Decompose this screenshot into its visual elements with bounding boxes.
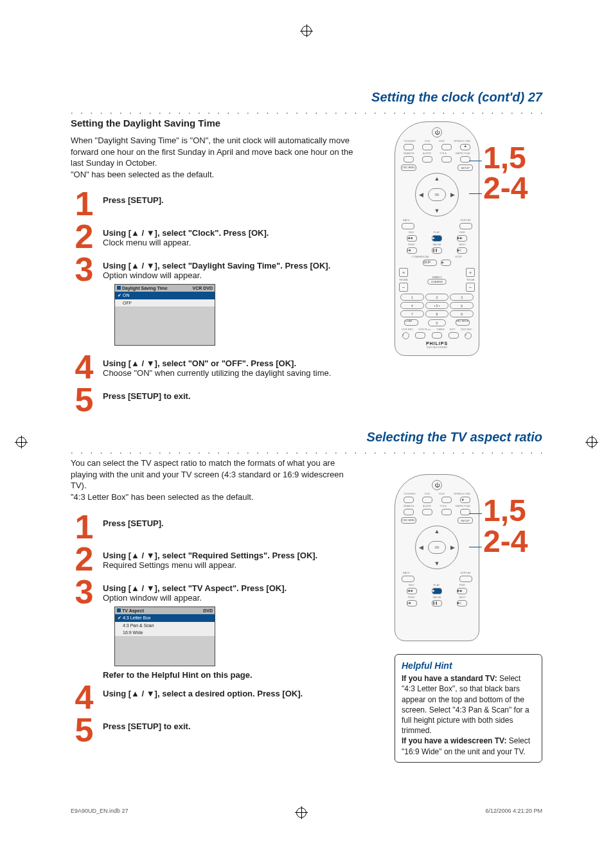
divider-dots: . . . . . . . . . . . . . . . . . . . . … bbox=[71, 106, 542, 115]
step-text: Press [SETUP]. bbox=[103, 518, 164, 528]
step-4: 4 Using [▲ / ▼], select "ON" or "OFF". P… bbox=[71, 352, 375, 382]
subsection-heading: Setting the Daylight Saving Time bbox=[71, 118, 375, 128]
power-icon: ⏻ bbox=[432, 127, 442, 137]
step-number: 4 bbox=[71, 352, 98, 382]
down-arrow-icon: ▼ bbox=[434, 208, 440, 214]
step-2: 2 Using [▲ / ▼], select "Required Settin… bbox=[71, 544, 375, 574]
option-window: Daylight Saving Time VCR DVD ✔ ON OFF bbox=[114, 284, 215, 346]
option-panscan: 4:3 Pan & Scan bbox=[115, 622, 215, 629]
step-5: 5 Press [SETUP] to exit. bbox=[71, 385, 375, 415]
registration-mark-icon bbox=[16, 437, 26, 447]
option-window: TV Aspect DVD ✔ 4:3 Letter Box 4:3 Pan &… bbox=[114, 607, 215, 666]
section-header: Selecting the TV aspect ratio bbox=[71, 430, 542, 445]
brand-subtitle: DVD RECORDER bbox=[399, 346, 475, 349]
step-text: Press [SETUP]. bbox=[103, 195, 164, 205]
step-5: 5 Press [SETUP] to exit. bbox=[71, 715, 375, 745]
page-footer: E9A90UD_EN.indb 27 6/12/2006 4:21:20 PM bbox=[71, 808, 542, 818]
step-2: 2 Using [▲ / ▼], select "Clock". Press [… bbox=[71, 222, 375, 252]
step-number: 3 bbox=[71, 254, 98, 285]
callout-nav: 2-4 bbox=[483, 527, 528, 555]
right-arrow-icon: ▶ bbox=[450, 544, 455, 551]
step-subtext: Option window will appear. bbox=[103, 270, 202, 280]
intro-paragraph: You can select the TV aspect ratio to ma… bbox=[71, 457, 360, 502]
step-number: 1 bbox=[71, 189, 98, 219]
callout-setup: 1,5 bbox=[483, 144, 528, 172]
power-icon: ⏻ bbox=[432, 480, 442, 490]
hint-body: Select "4:3 Letter Box", so that black b… bbox=[402, 674, 529, 735]
window-title: TV Aspect bbox=[117, 608, 144, 613]
section-header: Setting the clock (cont'd) 27 bbox=[71, 90, 542, 105]
option-on: ✔ ON bbox=[115, 292, 215, 299]
remote-illustration: ⏻ TV/VIDEOVCRDVDOPEN/CLOSE ▲ SEARCHAUDIO… bbox=[395, 474, 479, 641]
step-1: 1 Press [SETUP]. bbox=[71, 189, 375, 219]
option-letterbox: ✔ 4:3 Letter Box bbox=[115, 614, 215, 622]
helpful-hint-box: Helpful Hint If you have a standard TV: … bbox=[395, 654, 542, 762]
brand-logo: PHILIPS bbox=[399, 341, 475, 346]
step-number: 5 bbox=[71, 715, 98, 745]
callout-nav: 2-4 bbox=[483, 174, 528, 202]
step-text: Using [▲ / ▼], select "Clock". Press [OK… bbox=[103, 228, 269, 238]
step-text: Using [▲ / ▼], select "Daylight Saving T… bbox=[103, 261, 330, 270]
step-subtext: Choose "ON" when currently utilizing the… bbox=[103, 368, 331, 378]
step-number: 2 bbox=[71, 544, 98, 574]
window-title: Daylight Saving Time bbox=[117, 286, 168, 290]
intro-paragraph: When "Daylight Saving Time" is "ON", the… bbox=[71, 135, 360, 180]
remote-illustration: ⏻ TV/VIDEOVCRDVDOPEN/CLOSE ▲ SEARCHAUDIO… bbox=[395, 121, 479, 356]
up-arrow-icon: ▲ bbox=[434, 528, 440, 535]
option-wide: 16:9 Wide bbox=[115, 629, 215, 636]
footer-left: E9A90UD_EN.indb 27 bbox=[71, 808, 129, 818]
disc-menu-button: DISC MENU bbox=[401, 517, 416, 524]
step-text: Using [▲ / ▼], select "Required Settings… bbox=[103, 551, 317, 560]
hint-heading: If you have a standard TV: bbox=[402, 674, 497, 683]
left-arrow-icon: ◀ bbox=[419, 544, 423, 551]
step-number: 3 bbox=[71, 577, 98, 607]
registration-mark-icon bbox=[301, 26, 312, 36]
window-badge: VCR DVD bbox=[192, 286, 213, 290]
up-arrow-icon: ▲ bbox=[434, 175, 440, 182]
footer-right: 6/12/2006 4:21:20 PM bbox=[485, 808, 542, 818]
step-text: Press [SETUP] to exit. bbox=[103, 391, 191, 401]
step-note: Refer to the Helpful Hint on this page. bbox=[103, 670, 253, 680]
down-arrow-icon: ▼ bbox=[434, 560, 440, 567]
nav-ring: ▲ ▼ ◀ ▶ OK bbox=[415, 526, 459, 569]
ok-button: OK bbox=[428, 188, 446, 201]
hint-heading: If you have a widescreen TV: bbox=[402, 736, 506, 745]
step-subtext: Option window will appear. bbox=[103, 593, 202, 603]
window-badge: DVD bbox=[203, 608, 213, 613]
left-arrow-icon: ◀ bbox=[419, 191, 423, 198]
step-3: 3 Using [▲ / ▼], select "TV Aspect". Pre… bbox=[71, 577, 375, 680]
hint-title: Helpful Hint bbox=[402, 660, 535, 672]
disc-menu-button: DISC MENU bbox=[401, 164, 416, 171]
setup-button: SETUP bbox=[458, 517, 473, 524]
setup-button: SETUP bbox=[458, 164, 473, 171]
callout-setup: 1,5 bbox=[483, 497, 528, 524]
step-number: 5 bbox=[71, 385, 98, 415]
step-4: 4 Using [▲ / ▼], select a desired option… bbox=[71, 682, 375, 713]
step-text: Using [▲ / ▼], select "TV Aspect". Press… bbox=[103, 583, 287, 593]
step-text: Press [SETUP] to exit. bbox=[103, 722, 191, 731]
divider-dots: . . . . . . . . . . . . . . . . . . . . … bbox=[71, 446, 542, 455]
step-text: Using [▲ / ▼], select "ON" or "OFF". Pre… bbox=[103, 359, 296, 368]
nav-ring: ▲ ▼ ◀ ▶ OK bbox=[415, 173, 459, 217]
step-number: 1 bbox=[71, 512, 98, 542]
ok-button: OK bbox=[428, 541, 446, 554]
step-1: 1 Press [SETUP]. bbox=[71, 512, 375, 542]
step-number: 2 bbox=[71, 222, 98, 252]
right-arrow-icon: ▶ bbox=[450, 191, 455, 198]
step-text: Using [▲ / ▼], select a desired option. … bbox=[103, 689, 303, 698]
registration-mark-icon bbox=[587, 437, 597, 447]
option-off: OFF bbox=[115, 299, 215, 306]
step-subtext: Clock menu will appear. bbox=[103, 238, 191, 247]
step-number: 4 bbox=[71, 682, 98, 713]
step-subtext: Required Settings menu will appear. bbox=[103, 560, 236, 570]
step-3: 3 Using [▲ / ▼], select "Daylight Saving… bbox=[71, 254, 375, 350]
registration-mark-icon bbox=[296, 808, 306, 818]
